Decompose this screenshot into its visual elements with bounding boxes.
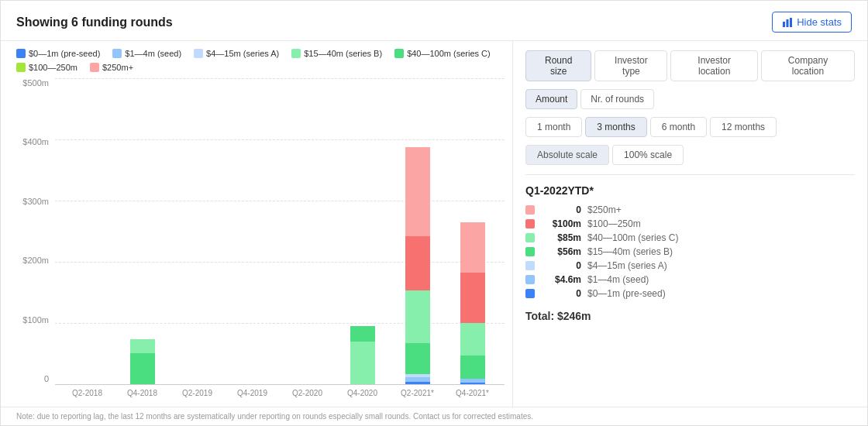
data-value-250m: 0 [541, 204, 581, 215]
legend-color-250m [90, 63, 99, 72]
footer-note: Note: due to reporting lag, the last 12 … [1, 407, 867, 425]
period-title: Q1-2022YTD* [525, 184, 855, 197]
bar-segment [405, 343, 430, 374]
scale-absolute[interactable]: Absolute scale [525, 145, 609, 165]
scale-100pct[interactable]: 100% scale [612, 145, 684, 165]
data-value-100m: $100m [541, 218, 581, 229]
data-color-seriesa [525, 261, 535, 270]
y-axis: $500m $400m $300m $200m $100m 0 [16, 78, 55, 407]
filter-row-1: Round size Investor type Investor locati… [525, 50, 855, 81]
bar-segment [460, 222, 485, 273]
y-label-300: $300m [22, 197, 49, 206]
stats-panel: Round size Investor type Investor locati… [512, 41, 867, 407]
data-color-250m [525, 205, 535, 215]
bar-segment [130, 353, 155, 384]
svg-rect-1 [787, 19, 789, 27]
bar-group-q4-2019 [228, 78, 277, 384]
data-color-seed [525, 275, 535, 284]
chart-legend: $0—1m (pre-seed) $1—4m (seed) $4—15m (se… [16, 49, 505, 72]
main-container: Showing 6 funding rounds Hide stats $0—1… [0, 0, 868, 426]
legend-color-100m [16, 63, 26, 72]
legend-item-seed: $1—4m (seed) [112, 49, 181, 58]
bar-group-q4-2020 [338, 78, 387, 384]
legend-color-seriesb [291, 49, 301, 58]
data-color-100m [525, 219, 535, 228]
x-label-q4-2018: Q4-2018 [118, 385, 167, 407]
filter-investor-location[interactable]: Investor location [670, 50, 758, 81]
data-value-seriesa: 0 [541, 260, 581, 271]
bars-container [55, 78, 505, 384]
legend-label-seriesc: $40—100m (series C) [407, 49, 491, 58]
y-label-400: $400m [22, 137, 49, 146]
bar-segment [405, 236, 430, 290]
y-label-0: 0 [44, 374, 49, 383]
bar-segment [405, 290, 430, 343]
time-12-months[interactable]: 12 months [710, 117, 777, 137]
legend-item-seriesa: $4—15m (series A) [194, 49, 279, 58]
data-color-seriesc [525, 233, 535, 242]
svg-rect-0 [783, 22, 785, 27]
data-label-seriesc: $40—100m (series C) [587, 232, 678, 243]
x-label-q2-2018: Q2-2018 [63, 385, 112, 407]
legend-label-100m: $100—250m [29, 63, 78, 72]
filter-round-size[interactable]: Round size [525, 50, 591, 81]
y-label-100: $100m [22, 315, 49, 325]
data-value-seriesc: $85m [541, 232, 581, 243]
legend-label-seriesa: $4—15m (series A) [206, 49, 279, 58]
legend-color-preseed [16, 49, 26, 58]
filter-nr-rounds[interactable]: Nr. of rounds [580, 89, 654, 109]
x-label-q2-2019: Q2-2019 [173, 385, 222, 407]
hide-stats-label: Hide stats [797, 16, 842, 28]
filter-investor-type[interactable]: Investor type [594, 50, 667, 81]
data-row-seriesa: 0 $4—15m (series A) [525, 260, 855, 271]
bar-stack [405, 147, 430, 384]
filter-amount[interactable]: Amount [525, 89, 577, 109]
x-label-q4-2019: Q4-2019 [228, 385, 277, 407]
main-content: $0—1m (pre-seed) $1—4m (seed) $4—15m (se… [1, 41, 867, 407]
page-title: Showing 6 funding rounds [16, 15, 173, 29]
divider [525, 174, 855, 175]
filter-company-location[interactable]: Company location [761, 50, 855, 81]
x-label-q4-2020: Q4-2020 [338, 385, 387, 407]
bar-group-q2-2020 [283, 78, 332, 384]
bar-group-q2-2018 [63, 78, 112, 384]
data-value-seriesb: $56m [541, 246, 581, 257]
x-axis: Q2-2018 Q4-2018 Q2-2019 Q4-2019 Q2-2020 … [55, 385, 505, 407]
legend-item-seriesb: $15—40m (series B) [291, 49, 382, 58]
legend-color-seriesa [194, 49, 203, 58]
legend-label-seed: $1—4m (seed) [125, 49, 181, 58]
data-value-seed: $4.6m [541, 274, 581, 285]
data-label-preseed: $0—1m (pre-seed) [587, 288, 666, 299]
bar-group-q2-2021 [393, 78, 442, 384]
legend-label-seriesb: $15—40m (series B) [304, 49, 382, 58]
legend-label-250m: $250m+ [102, 63, 133, 72]
chart-icon [782, 17, 793, 28]
legend-item-preseed: $0—1m (pre-seed) [16, 49, 100, 58]
x-label-q2-2020: Q2-2020 [283, 385, 332, 407]
time-6-month[interactable]: 6 month [650, 117, 707, 137]
data-row-250m: 0 $250m+ [525, 204, 855, 215]
data-rows: 0 $250m+ $100m $100—250m $85m $40—100m (… [525, 204, 855, 299]
bar-group-q4-2021 [448, 78, 497, 384]
data-row-seriesb: $56m $15—40m (series B) [525, 246, 855, 257]
total-row: Total: $246m [525, 310, 855, 322]
chart-area: $0—1m (pre-seed) $1—4m (seed) $4—15m (se… [1, 41, 512, 407]
bar-segment [460, 383, 485, 384]
legend-color-seed [112, 49, 122, 58]
data-color-preseed [525, 289, 535, 298]
data-row-100m: $100m $100—250m [525, 218, 855, 229]
bar-segment [460, 273, 485, 323]
bar-segment [405, 382, 430, 384]
data-value-preseed: 0 [541, 288, 581, 299]
svg-rect-2 [790, 18, 792, 27]
time-3-months[interactable]: 3 months [585, 117, 646, 137]
x-label-q4-2021: Q4-2021* [448, 385, 497, 407]
chart-inner: Q2-2018 Q4-2018 Q2-2019 Q4-2019 Q2-2020 … [55, 78, 505, 407]
legend-label-preseed: $0—1m (pre-seed) [29, 49, 100, 58]
legend-item-seriesc: $40—100m (series C) [394, 49, 491, 58]
chart-wrapper: $500m $400m $300m $200m $100m 0 [16, 78, 505, 407]
legend-item-100m: $100—250m [16, 63, 78, 72]
hide-stats-button[interactable]: Hide stats [772, 12, 852, 33]
time-1-month[interactable]: 1 month [525, 117, 582, 137]
data-label-seed: $1—4m (seed) [587, 274, 649, 285]
